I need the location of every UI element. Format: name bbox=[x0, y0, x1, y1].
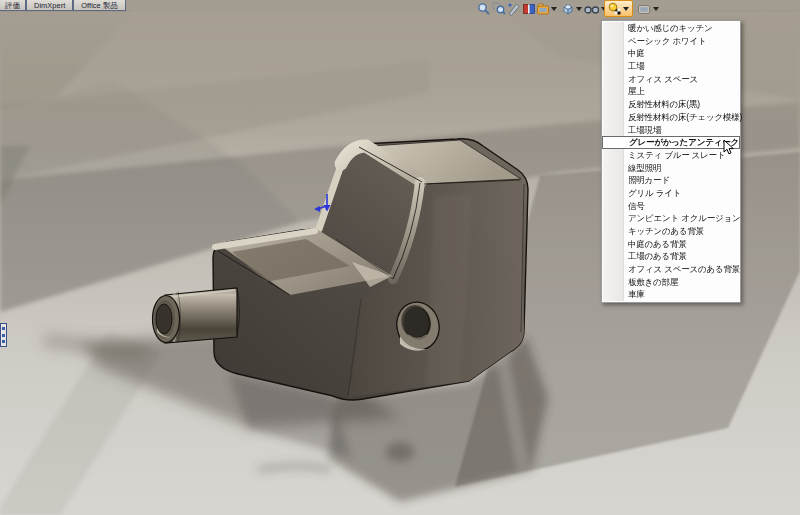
scene-dropdown-menu: 暖かい感じのキッチンベーシック ホワイト中庭工場オフィス スペース屋上反射性材料… bbox=[601, 20, 741, 303]
apply-scene-folder-icon bbox=[536, 2, 550, 16]
chevron-down-icon bbox=[576, 7, 582, 11]
zoom-to-area-icon[interactable] bbox=[491, 1, 506, 16]
menu-item[interactable]: オフィス スペース bbox=[602, 73, 740, 86]
mouse-cursor bbox=[723, 139, 737, 157]
menu-item[interactable]: キッチンのある背景 bbox=[602, 225, 740, 238]
pin-boss bbox=[153, 288, 238, 343]
zoom-to-fit-icon[interactable] bbox=[476, 1, 491, 16]
chevron-down-icon bbox=[551, 7, 557, 11]
view-settings-icon bbox=[637, 2, 652, 16]
menu-item[interactable]: 照明カード bbox=[602, 174, 740, 187]
chevron-down-icon bbox=[653, 7, 659, 11]
menu-item[interactable]: アンビエント オクルージョン bbox=[602, 212, 740, 225]
menu-item[interactable]: 暖かい感じのキッチン bbox=[602, 22, 740, 35]
apply-scene-button-active[interactable] bbox=[604, 0, 633, 17]
chevron-down-icon bbox=[623, 7, 629, 11]
menu-item[interactable]: 工場のある背景 bbox=[602, 250, 740, 263]
display-style-group[interactable] bbox=[561, 1, 582, 16]
menu-item[interactable]: 中庭 bbox=[602, 47, 740, 60]
glasses-icon bbox=[584, 2, 600, 16]
menu-item[interactable]: 中庭のある背景 bbox=[602, 238, 740, 251]
menu-item[interactable]: 反射性材料の床(チェック模様) bbox=[602, 111, 740, 124]
menu-item[interactable]: 車庫 bbox=[602, 288, 740, 301]
feature-tree-flyout-icon[interactable] bbox=[0, 323, 7, 347]
menu-item-selected[interactable]: グレーがかったアンティーク bbox=[602, 136, 740, 149]
apply-scene-icon bbox=[608, 2, 622, 16]
tab-dimxpert[interactable]: DimXpert bbox=[26, 0, 73, 11]
tab-office-products[interactable]: Office 製品 bbox=[73, 0, 126, 11]
menu-item[interactable]: 屋上 bbox=[602, 85, 740, 98]
menu-item[interactable]: 工場現場 bbox=[602, 124, 740, 137]
menu-item[interactable]: ミスティ ブルー スレート bbox=[602, 149, 740, 162]
edit-appearance-icon[interactable] bbox=[521, 1, 536, 16]
menu-item[interactable]: 反射性材料の床(黒) bbox=[602, 98, 740, 111]
menu-item[interactable]: 工場 bbox=[602, 60, 740, 73]
application-window: 評価 DimXpert Office 製品 bbox=[0, 0, 800, 515]
menu-item[interactable]: 線型照明 bbox=[602, 162, 740, 175]
menu-item[interactable]: グリル ライト bbox=[602, 187, 740, 200]
section-view-icon[interactable] bbox=[506, 1, 521, 16]
menu-item[interactable]: オフィス スペースのある背景 bbox=[602, 263, 740, 276]
menu-item[interactable]: 信号 bbox=[602, 200, 740, 213]
commandmanager-tabs: 評価 DimXpert Office 製品 bbox=[0, 0, 126, 12]
menu-items-list: 暖かい感じのキッチンベーシック ホワイト中庭工場オフィス スペース屋上反射性材料… bbox=[602, 22, 740, 301]
display-style-cube-icon bbox=[561, 2, 575, 16]
tab-evaluate[interactable]: 評価 bbox=[0, 0, 26, 11]
menu-item[interactable]: 板敷きの部屋 bbox=[602, 276, 740, 289]
menu-item[interactable]: ベーシック ホワイト bbox=[602, 35, 740, 48]
view-settings-group[interactable] bbox=[637, 1, 659, 16]
apply-scene-folder-group[interactable] bbox=[536, 1, 557, 16]
